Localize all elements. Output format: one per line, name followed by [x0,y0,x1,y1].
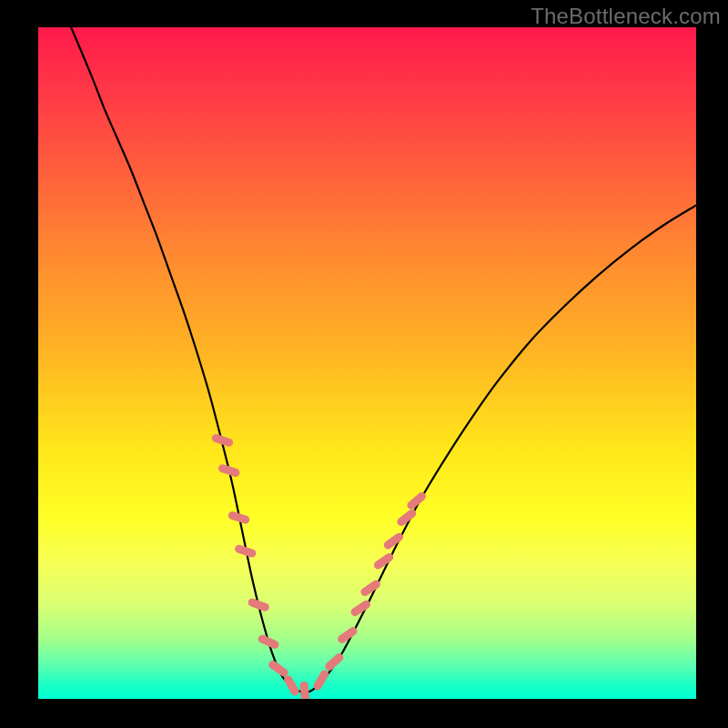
chart-canvas: TheBottleneck.com [0,0,728,728]
plot-background-gradient [38,27,696,699]
watermark-text: TheBottleneck.com [531,4,721,29]
